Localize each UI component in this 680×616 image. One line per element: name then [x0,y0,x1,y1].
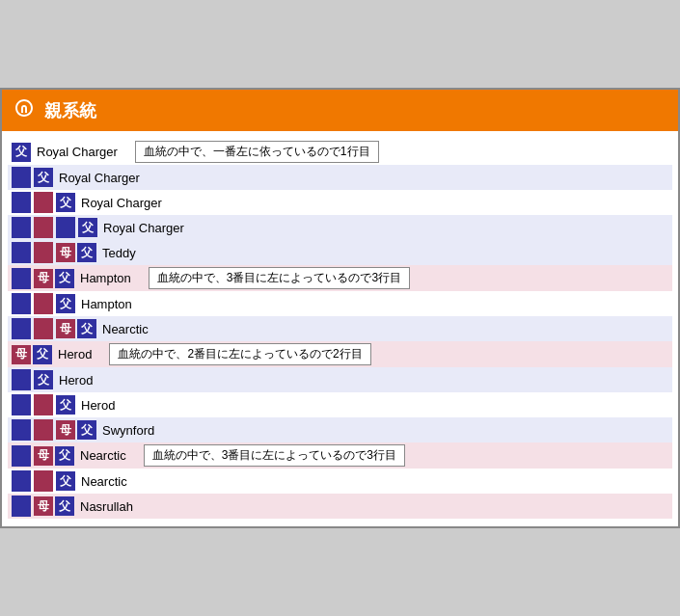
badge-母: 母 [34,446,53,466]
table-row: 父Royal Charger [8,165,672,190]
horse-name: Royal Charger [37,145,118,159]
horse-name: Hampton [81,297,132,311]
badge-父: 父 [34,370,53,389]
table-row: 母父Hampton血統の中で、3番目に左によっているので3行目 [8,265,672,291]
table-row: 父Herod [8,392,672,417]
horse-name: Nearctic [102,322,149,336]
title-bar: 親系統 [2,90,678,131]
horseshoe-icon [14,97,35,123]
table-row: 母父Nasrullah [8,494,672,519]
badge-父: 父 [56,193,75,212]
horse-name: Nearctic [80,448,126,463]
table-row: 父Herod [8,367,672,392]
horse-name: Nasrullah [80,499,133,514]
badge-父: 父 [55,269,74,288]
badge-父: 父 [77,319,96,338]
table-row: 父Nearctic [8,469,672,494]
table-row: 母父Herod血統の中で、2番目に左によっているので2行目 [8,341,672,367]
table-row: 母父Swynford [8,417,672,442]
horse-name: Herod [81,398,115,413]
comment-box: 血統の中で、2番目に左によっているので2行目 [109,343,370,365]
badge-父: 父 [55,496,74,516]
table-row: 母父Nearctic血統の中で、3番目に左によっているので3行目 [8,442,672,469]
table-row: 母父Nearctic [8,316,672,341]
horse-name: Herod [59,373,93,388]
horse-name: Royal Charger [59,171,140,185]
badge-父: 父 [77,243,96,262]
table-row: 父Royal Charger [8,190,672,215]
horse-name: Herod [58,347,92,362]
horse-name: Swynford [102,423,154,438]
badge-父: 父 [78,218,97,237]
badge-母: 母 [34,269,53,288]
comment-box: 血統の中で、一番左に依っているので1行目 [135,141,379,163]
comment-box: 血統の中で、3番目に左によっているので3行目 [149,267,410,289]
badge-父: 父 [56,395,75,415]
horse-name: Royal Charger [103,221,184,235]
badge-母: 母 [12,345,31,364]
badge-父: 父 [12,143,31,162]
badge-母: 母 [56,319,75,338]
table-row: 母父Teddy [8,240,672,265]
horse-name: Nearctic [81,474,127,489]
badge-父: 父 [33,345,52,364]
badge-父: 父 [56,471,75,491]
content-area: 父Royal Charger血統の中で、一番左に依っているので1行目父Royal… [2,131,678,526]
horse-name: Royal Charger [81,196,162,210]
badge-父: 父 [34,168,53,187]
table-row: 父Royal Charger [8,215,672,240]
badge-父: 父 [55,446,74,466]
badge-母: 母 [56,420,75,440]
table-row: 父Hampton [8,291,672,316]
pedigree-table: 父Royal Charger血統の中で、一番左に依っているので1行目父Royal… [8,139,672,519]
main-window: 親系統 父Royal Charger血統の中で、一番左に依っているので1行目父R… [0,88,680,528]
table-row: 父Royal Charger血統の中で、一番左に依っているので1行目 [8,139,672,165]
badge-父: 父 [56,294,75,313]
horse-name: Hampton [80,271,131,285]
horse-name: Teddy [102,246,136,260]
badge-母: 母 [56,243,75,262]
badge-父: 父 [77,420,96,440]
comment-box: 血統の中で、3番目に左によっているので3行目 [144,444,405,467]
title-text: 親系統 [44,99,96,122]
badge-母: 母 [34,496,53,516]
